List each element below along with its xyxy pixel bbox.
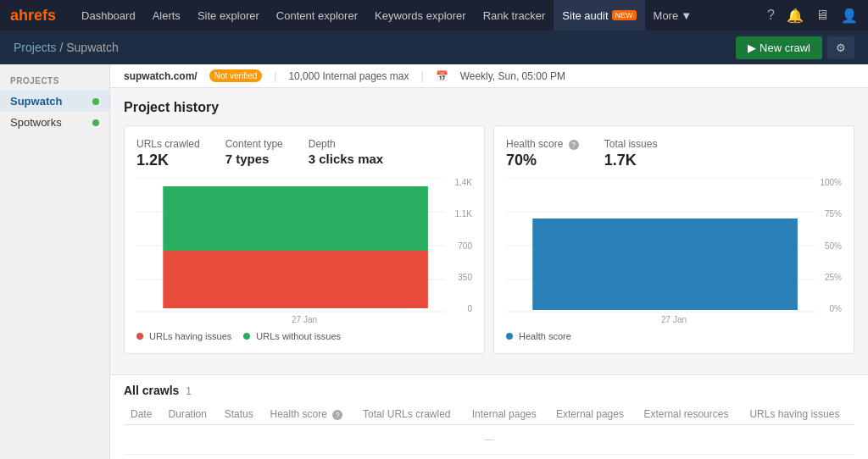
y-axis-left: 1.4K 1.1K 700 350 0 [445,178,472,313]
legend-dot-having [136,333,143,340]
col-status: Status [218,404,264,425]
left-stats: URLs crawled 1.2K Content type 7 types D… [136,138,472,169]
domain-label: supwatch.com/ [124,70,198,82]
breadcrumb-current: Supwatch [66,41,118,54]
not-verified-badge[interactable]: Not verified [209,69,263,82]
col-health-score: Health score ? [264,404,357,425]
status-dot-spotworks [92,119,99,126]
nav-more[interactable]: More ▼ [645,0,701,30]
health-score-panel: Health score ? 70% Total issues 1.7K [493,125,854,354]
legend-without-issues: URLs without issues [243,331,341,341]
breadcrumb-root[interactable]: Projects [14,41,57,54]
col-external-resources: External resources [637,404,743,425]
user-icon[interactable]: 👤 [841,8,858,24]
x-label-left: 27 Jan [136,315,472,324]
breadcrumb-bar: Projects / Supwatch ▶ New crawl ⚙ [0,30,868,64]
legend-dot-health [506,333,513,340]
nav-right-icons: ? 🔔 🖥 👤 [767,8,858,24]
col-urls-having-issues: URLs having issues [743,404,854,425]
legend-health-score: Health score [506,331,571,341]
sidebar-item-supwatch[interactable]: Supwatch [0,91,109,112]
left-chart-area: 1.4K 1.1K 700 350 0 [136,178,472,313]
table-row: — [124,425,854,455]
bar-without-issues [163,186,428,251]
table-header-row: Date Duration Status Health score ? Tota… [124,404,854,425]
charts-row: URLs crawled 1.2K Content type 7 types D… [124,125,854,354]
info-bar: supwatch.com/ Not verified | 10,000 Inte… [110,64,868,88]
breadcrumb: Projects / Supwatch [14,41,119,54]
nav-keywords-explorer[interactable]: Keywords explorer [366,0,475,30]
nav-site-explorer[interactable]: Site explorer [189,0,268,30]
urls-crawled-panel: URLs crawled 1.2K Content type 7 types D… [124,125,485,354]
right-chart-area: 100% 75% 50% 25% 0% [506,178,842,313]
nav-dashboard[interactable]: Dashboard [73,0,144,30]
help-icon[interactable]: ? [767,8,775,23]
stat-total-issues: Total issues 1.7K [604,138,658,169]
project-history-title: Project history [124,100,854,115]
col-total-urls: Total URLs crawled [356,404,465,425]
col-internal-pages: Internal pages [465,404,549,425]
left-chart-svg [136,178,472,313]
sidebar-item-spotworks[interactable]: Spotworks [0,112,109,133]
col-duration: Duration [162,404,218,425]
main-layout: PROJECTS Supwatch Spotworks supwatch.com… [0,64,868,459]
schedule-label: Weekly, Sun, 05:00 PM [460,70,565,82]
schedule-icon: 📅 [436,70,448,82]
col-external-pages: External pages [549,404,637,425]
sidebar: PROJECTS Supwatch Spotworks [0,64,110,459]
all-crawls-section: All crawls 1 Date Duration Status Health… [110,374,868,459]
y-axis-right: 100% 75% 50% 25% 0% [811,178,842,313]
desktop-icon[interactable]: 🖥 [815,8,829,23]
project-history-section: Project history URLs crawled 1.2K Conten… [110,88,868,374]
nav-content-explorer[interactable]: Content explorer [268,0,366,30]
right-stats: Health score ? 70% Total issues 1.7K [506,138,842,169]
legend-dot-without [243,333,250,340]
top-nav: ahrefs Dashboard Alerts Site explorer Co… [0,0,868,30]
col-date: Date [124,404,162,425]
new-crawl-button[interactable]: ▶ New crawl [736,36,822,59]
legend-having-issues: URLs having issues [136,331,231,341]
new-badge: NEW [612,10,637,20]
x-label-right: 27 Jan [506,315,842,324]
stat-content-type: Content type 7 types [225,138,283,169]
bar-health-score [532,218,798,310]
content-area: supwatch.com/ Not verified | 10,000 Inte… [110,64,868,459]
stat-depth: Depth 3 clicks max [309,138,383,169]
settings-button[interactable]: ⚙ [827,36,854,59]
right-chart-svg [506,178,842,313]
nav-rank-tracker[interactable]: Rank tracker [475,0,554,30]
nav-site-audit[interactable]: Site audit NEW [554,0,644,30]
status-dot-supwatch [92,98,99,105]
all-crawls-title: All crawls 1 [124,384,854,397]
crawls-table: Date Duration Status Health score ? Tota… [124,404,854,455]
nav-alerts[interactable]: Alerts [144,0,189,30]
stat-health-score: Health score ? 70% [506,138,579,169]
left-chart-legend: URLs having issues URLs without issues [136,331,472,341]
notifications-icon[interactable]: 🔔 [787,8,804,24]
pages-limit: 10,000 Internal pages max [288,70,409,82]
health-score-help-icon[interactable]: ? [569,140,579,150]
stat-urls-crawled: URLs crawled 1.2K [136,138,200,169]
bar-having-issues [163,251,428,308]
sidebar-section-title: PROJECTS [0,76,109,91]
logo[interactable]: ahrefs [10,7,56,25]
right-chart-legend: Health score [506,331,842,341]
health-score-table-help-icon[interactable]: ? [332,410,342,420]
